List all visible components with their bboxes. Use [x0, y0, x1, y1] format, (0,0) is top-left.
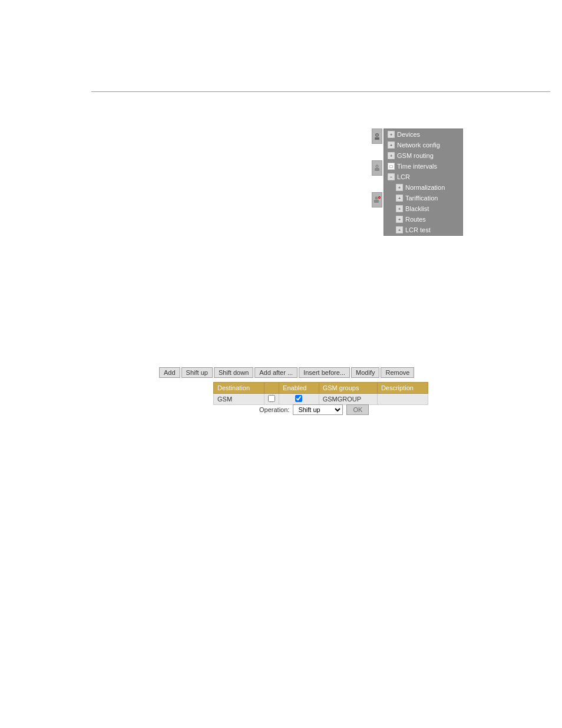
sidebar-label-blacklist: Blacklist	[405, 205, 429, 212]
expand-icon-normalization: +	[396, 184, 403, 191]
svg-point-6	[375, 197, 378, 200]
table-row: GSM GSMGROUP	[214, 394, 428, 405]
sidebar-item-normalization[interactable]: + Normalization	[384, 182, 462, 193]
sidebar-item-time-intervals[interactable]: □ Time intervals	[384, 161, 462, 172]
sidebar-item-tariffication[interactable]: + Tariffication	[384, 193, 462, 203]
expand-icon-gsm-routing: +	[388, 152, 395, 159]
expand-icon-blacklist: +	[396, 205, 403, 212]
expand-icon-lcr: −	[388, 173, 395, 180]
cell-description	[377, 394, 428, 405]
expand-icon-time-intervals: □	[388, 163, 395, 170]
sidebar-item-devices[interactable]: + Devices	[384, 129, 462, 140]
sidebar-label-tariffication: Tariffication	[405, 195, 438, 202]
sidebar-item-lcr-test[interactable]: + LCR test	[384, 225, 462, 235]
col-header-description: Description	[377, 383, 428, 394]
sidebar-label-devices: Devices	[397, 131, 420, 138]
expand-icon-lcr-test: +	[396, 226, 403, 233]
sidebar-item-network-config[interactable]: + Network config	[384, 140, 462, 150]
col-header-enabled: Enabled	[279, 383, 319, 394]
svg-point-2	[376, 134, 378, 136]
expand-icon-tariffication: +	[396, 195, 403, 202]
svg-point-9	[379, 197, 380, 198]
operation-select[interactable]: Shift up Shift down Enable Disable	[293, 404, 343, 415]
sidebar-label-time-intervals: Time intervals	[397, 163, 437, 170]
sidebar-item-gsm-routing[interactable]: + GSM routing	[384, 150, 462, 161]
sidebar-icon-1	[372, 129, 382, 144]
ok-button[interactable]: OK	[346, 404, 369, 415]
cell-gsm-groups: GSMGROUP	[319, 394, 377, 405]
sidebar-icon-2	[372, 160, 382, 176]
toolbar: Add Shift up Shift down Add after ... In…	[159, 367, 414, 378]
sidebar-label-routes: Routes	[405, 216, 426, 223]
sidebar-item-blacklist[interactable]: + Blacklist	[384, 203, 462, 214]
sidebar-icon-3	[372, 192, 382, 207]
shift-up-button[interactable]: Shift up	[181, 367, 213, 378]
add-after-button[interactable]: Add after ...	[254, 367, 297, 378]
sidebar-label-gsm-routing: GSM routing	[397, 152, 434, 159]
routes-table-container: Destination Enabled GSM groups Descripti…	[213, 382, 428, 405]
sidebar-label-network-config: Network config	[397, 141, 440, 149]
sidebar-label-lcr: LCR	[397, 173, 410, 180]
sidebar-label-lcr-test: LCR test	[405, 226, 431, 233]
top-rule	[91, 91, 550, 92]
add-button[interactable]: Add	[159, 367, 180, 378]
col-header-gsm-groups: GSM groups	[319, 383, 377, 394]
svg-point-5	[376, 166, 378, 167]
sidebar-item-routes[interactable]: + Routes	[384, 214, 462, 225]
operation-row: Operation: Shift up Shift down Enable Di…	[259, 404, 369, 415]
svg-rect-7	[374, 200, 379, 203]
expand-icon-devices: +	[388, 131, 395, 138]
modify-button[interactable]: Modify	[351, 367, 379, 378]
flag-checkbox[interactable]	[268, 395, 275, 402]
col-header-flag	[265, 383, 279, 394]
svg-rect-1	[375, 137, 379, 140]
sidebar-icon-column	[372, 129, 382, 209]
expand-icon-network-config: +	[388, 141, 395, 149]
sidebar-panel: + Devices + Network config + GSM routing…	[384, 129, 463, 236]
expand-icon-routes: +	[396, 216, 403, 223]
cell-enabled[interactable]	[279, 394, 319, 405]
sidebar-item-lcr[interactable]: − LCR	[384, 172, 462, 182]
cell-flag[interactable]	[265, 394, 279, 405]
col-header-destination: Destination	[214, 383, 265, 394]
remove-button[interactable]: Remove	[381, 367, 414, 378]
shift-down-button[interactable]: Shift down	[214, 367, 253, 378]
svg-rect-4	[375, 168, 379, 171]
insert-before-button[interactable]: Insert before...	[299, 367, 350, 378]
sidebar-label-normalization: Normalization	[405, 184, 445, 191]
routes-table: Destination Enabled GSM groups Descripti…	[213, 382, 428, 405]
operation-label: Operation:	[259, 406, 289, 413]
cell-destination: GSM	[214, 394, 265, 405]
enabled-checkbox[interactable]	[295, 395, 302, 402]
